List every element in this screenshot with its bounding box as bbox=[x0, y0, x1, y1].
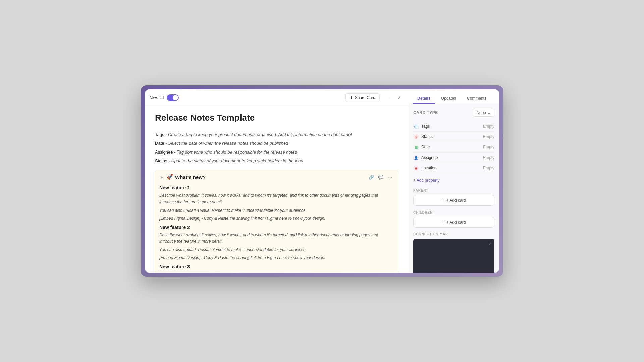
feature-2-title: New feature 2 bbox=[159, 225, 394, 230]
close-button[interactable]: × bbox=[491, 89, 499, 98]
section-title: 🚀 What's new? bbox=[167, 174, 206, 180]
property-status: ◎ Status Empty bbox=[413, 132, 494, 142]
new-ui-toggle[interactable] bbox=[167, 94, 179, 101]
share-card-button[interactable]: ⬆ Share Card bbox=[345, 93, 380, 102]
field-tags: Tags - Create a tag to keep your product… bbox=[155, 131, 398, 138]
parent-add-card-button[interactable]: + + Add card bbox=[413, 195, 494, 206]
feature-1-embed: [Embed Figma Design] - Copy & Paste the … bbox=[159, 216, 394, 221]
main-panel: New UI ⬆ Share Card ⋯ ⤢ Release Notes Te… bbox=[145, 89, 409, 273]
feature-3-desc1: Describe what problem it solves, how it … bbox=[159, 272, 394, 273]
tag-property-icon: 🏷 bbox=[413, 124, 419, 129]
section-link-button[interactable]: 🔗 bbox=[367, 173, 375, 181]
toolbar: New UI ⬆ Share Card ⋯ ⤢ bbox=[145, 89, 409, 106]
plus-icon: + bbox=[442, 198, 444, 203]
chevron-down-icon: ⌄ bbox=[487, 110, 491, 115]
card-type-select[interactable]: None ⌄ bbox=[473, 109, 494, 117]
more-icon: ⋯ bbox=[384, 95, 390, 101]
shrink-button[interactable]: ⤢ bbox=[394, 93, 404, 102]
tab-comments[interactable]: Comments bbox=[462, 94, 491, 104]
children-section-label: CHILDREN bbox=[413, 210, 494, 214]
location-property-name: Location bbox=[421, 166, 436, 170]
date-property-name: Date bbox=[421, 145, 430, 149]
properties-list: 🏷 Tags Empty ◎ Status Empty ▦ Date bbox=[413, 121, 494, 173]
card-type-label: Card type bbox=[413, 110, 438, 115]
feature-2: New feature 2 Describe what problem it s… bbox=[159, 225, 394, 260]
tag-property-name: Tags bbox=[421, 124, 430, 129]
section-more-button[interactable]: ⋯ bbox=[386, 173, 394, 181]
children-add-card-button[interactable]: + + Add card bbox=[413, 217, 494, 228]
connection-map-box: ⤢ bbox=[413, 239, 494, 273]
section-comment-button[interactable]: 💬 bbox=[377, 173, 385, 181]
connection-map-section: CONNECTION MAP ⤢ bbox=[413, 232, 494, 273]
date-property-icon: ▦ bbox=[413, 144, 419, 150]
status-property-icon: ◎ bbox=[413, 134, 419, 139]
status-property-name: Status bbox=[421, 134, 433, 139]
assignee-property-icon: 👤 bbox=[413, 155, 419, 160]
assignee-property-value[interactable]: Empty bbox=[483, 155, 494, 160]
shrink-icon: ⤢ bbox=[397, 95, 401, 100]
tab-updates[interactable]: Updates bbox=[436, 94, 461, 104]
property-date: ▦ Date Empty bbox=[413, 142, 494, 153]
app-window: × New UI ⬆ Share Card ⋯ ⤢ bbox=[141, 85, 503, 277]
property-tags: 🏷 Tags Empty bbox=[413, 121, 494, 132]
location-property-value[interactable]: Empty bbox=[483, 166, 494, 170]
feature-2-desc2: You can also upload a visual element to … bbox=[159, 247, 394, 253]
location-property-icon: ◉ bbox=[413, 165, 419, 171]
feature-1: New feature 1 Describe what problem it s… bbox=[159, 185, 394, 221]
feature-1-title: New feature 1 bbox=[159, 185, 394, 190]
feature-3-title: New feature 3 bbox=[159, 264, 394, 269]
parent-section-label: PARENT bbox=[413, 189, 494, 192]
section-collapse-button[interactable]: ▶ bbox=[159, 174, 165, 180]
property-assignee: 👤 Assignee Empty bbox=[413, 153, 494, 163]
toolbar-right: ⬆ Share Card ⋯ ⤢ bbox=[345, 93, 404, 102]
feature-3: New feature 3 Describe what problem it s… bbox=[159, 264, 394, 273]
feature-2-desc1: Describe what problem it solves, how it … bbox=[159, 232, 394, 245]
add-property-button[interactable]: + Add property bbox=[413, 177, 494, 184]
rocket-emoji: 🚀 bbox=[167, 174, 173, 180]
expand-icon[interactable]: ⤢ bbox=[488, 241, 492, 246]
tag-property-value[interactable]: Empty bbox=[483, 124, 494, 129]
feature-1-desc2: You can also upload a visual element to … bbox=[159, 207, 394, 214]
status-property-value[interactable]: Empty bbox=[483, 134, 494, 139]
right-panel: Details Updates Comments Card type None … bbox=[409, 89, 499, 273]
date-property-value[interactable]: Empty bbox=[483, 145, 494, 149]
field-status: Status - Update the status of your docum… bbox=[155, 157, 398, 165]
more-options-button[interactable]: ⋯ bbox=[382, 93, 392, 102]
property-location: ◉ Location Empty bbox=[413, 163, 494, 173]
field-assignee: Assignee - Tag someone who should be res… bbox=[155, 148, 398, 156]
tabs-row: Details Updates Comments bbox=[409, 89, 499, 104]
new-ui-label: New UI bbox=[150, 95, 164, 100]
content-area: Release Notes Template Tags - Create a t… bbox=[145, 106, 409, 273]
assignee-property-name: Assignee bbox=[421, 155, 438, 160]
card-type-row: Card type None ⌄ bbox=[413, 109, 494, 117]
panel-content: Card type None ⌄ 🏷 Tags Empty ◎ bbox=[409, 104, 499, 273]
document-title: Release Notes Template bbox=[155, 113, 398, 123]
tab-details[interactable]: Details bbox=[413, 94, 435, 104]
section-actions: 🔗 💬 ⋯ bbox=[367, 173, 394, 181]
plus-icon-2: + bbox=[442, 220, 444, 225]
feature-2-embed: [Embed Figma Design] - Copy & Paste the … bbox=[159, 255, 394, 260]
connection-map-label: CONNECTION MAP bbox=[413, 232, 494, 236]
field-date: Date - Select the date of when the relea… bbox=[155, 140, 398, 147]
section-header: ▶ 🚀 What's new? 🔗 💬 ⋯ bbox=[159, 173, 394, 181]
toolbar-left: New UI bbox=[150, 94, 179, 101]
feature-1-desc1: Describe what problem it solves, how it … bbox=[159, 192, 394, 205]
share-icon: ⬆ bbox=[350, 95, 353, 100]
whats-new-section: ▶ 🚀 What's new? 🔗 💬 ⋯ New feature 1 bbox=[155, 170, 398, 273]
